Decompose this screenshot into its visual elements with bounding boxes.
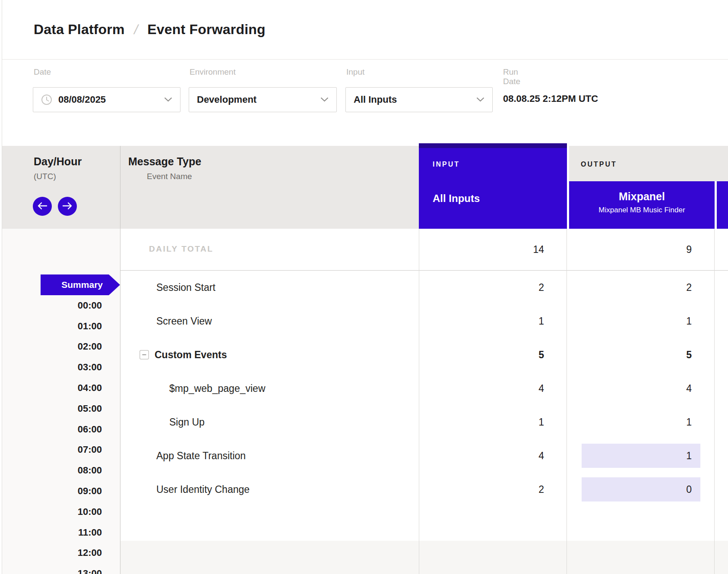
daily-total-output-value: 9 <box>569 244 692 255</box>
event-name: $mp_web_page_view <box>169 383 266 394</box>
daily-total-row: DAILY TOTAL 14 9 <box>120 229 728 271</box>
highlighted-output-cell: 0 <box>582 477 700 501</box>
table-row: Session Start 2 2 <box>120 271 728 304</box>
hour-item[interactable]: 02:00 <box>0 337 102 357</box>
table-header: Day/Hour (UTC) Message Type Event Name I… <box>2 146 728 229</box>
filter-bar: Date 08/08/2025 Environment Development <box>2 60 728 146</box>
clock-icon <box>41 94 52 105</box>
summary-flag-arrow <box>109 274 120 295</box>
output-count: 5 <box>569 349 692 361</box>
input-filter-label: Input <box>346 67 364 77</box>
event-name: App State Transition <box>156 450 246 462</box>
table-row: User Identity Change 2 0 <box>120 473 728 506</box>
date-dropdown[interactable]: 08/08/2025 <box>33 87 180 112</box>
environment-value: Development <box>197 94 256 105</box>
hour-item[interactable]: 03:00 <box>0 357 102 378</box>
day-hour-title: Day/Hour <box>34 155 82 168</box>
event-name[interactable]: Custom Events <box>155 349 227 361</box>
hour-item[interactable]: 10:00 <box>0 501 102 522</box>
arrow-right-icon <box>62 202 73 211</box>
summary-row-selector[interactable]: Summary <box>41 274 120 295</box>
hour-item[interactable]: 00:00 <box>0 295 102 316</box>
output-group-label: OUTPUT <box>581 161 617 168</box>
event-name: Session Start <box>156 282 215 293</box>
input-count: 5 <box>419 349 544 361</box>
next-output-column-header-clipped <box>717 181 728 229</box>
summary-label: Summary <box>41 274 109 295</box>
event-rows: Session Start 2 2 Screen View 1 1 Custom… <box>120 271 728 506</box>
chevron-down-icon <box>320 96 329 104</box>
minus-box-icon[interactable] <box>139 350 149 360</box>
daily-total-input-value: 14 <box>419 244 544 255</box>
output-count: 4 <box>569 383 692 394</box>
daily-total-label: DAILY TOTAL <box>149 244 213 254</box>
input-count: 2 <box>419 484 544 495</box>
column-gap <box>715 181 717 229</box>
environment-dropdown[interactable]: Development <box>189 87 337 112</box>
table-row: $mp_web_page_view 4 4 <box>120 372 728 405</box>
event-name: Sign Up <box>169 416 205 428</box>
arrow-left-icon <box>37 202 47 211</box>
message-type-title: Message Type <box>128 155 201 168</box>
table-row: Screen View 1 1 <box>120 304 728 338</box>
event-name: User Identity Change <box>156 484 250 495</box>
output-count: 0 <box>686 484 692 495</box>
input-value: All Inputs <box>354 94 397 105</box>
input-group-label: INPUT <box>433 161 567 168</box>
breadcrumb: Data Platform / Event Forwarding <box>2 0 728 60</box>
table-row: Sign Up 1 1 <box>120 405 728 439</box>
hour-item[interactable]: 05:00 <box>0 398 102 419</box>
hour-list: 00:00 01:00 02:00 03:00 04:00 05:00 06:0… <box>0 295 102 574</box>
environment-filter-label: Environment <box>190 67 236 77</box>
input-count: 4 <box>419 383 544 394</box>
date-filter-label: Date <box>34 67 51 77</box>
hour-item[interactable]: 11:00 <box>0 522 102 543</box>
breadcrumb-separator: / <box>133 22 139 38</box>
output-count: 1 <box>569 416 692 428</box>
table-row-custom-events: Custom Events 5 5 <box>120 338 728 372</box>
mixpanel-column-header[interactable]: Mixpanel Mixpanel MB Music Finder <box>569 181 715 229</box>
output-count: 1 <box>686 450 692 462</box>
input-count: 4 <box>419 450 544 462</box>
column-gap <box>567 143 569 229</box>
column-divider <box>419 229 419 574</box>
table-footer-band <box>120 541 728 574</box>
breadcrumb-item-data-platform[interactable]: Data Platform <box>34 22 125 38</box>
hour-item[interactable]: 09:00 <box>0 481 102 501</box>
run-date-label: Run Date <box>503 67 520 86</box>
input-count: 1 <box>419 416 544 428</box>
input-count: 1 <box>419 315 544 327</box>
hour-item[interactable]: 07:00 <box>0 440 102 460</box>
output-count: 2 <box>569 282 692 293</box>
hour-item[interactable]: 04:00 <box>0 378 102 398</box>
input-dropdown[interactable]: All Inputs <box>345 87 493 112</box>
breadcrumb-item-event-forwarding: Event Forwarding <box>147 22 265 38</box>
next-day-button[interactable] <box>58 197 77 216</box>
day-hour-subtitle: (UTC) <box>34 172 82 181</box>
input-count: 2 <box>419 282 544 293</box>
message-type-header: Message Type Event Name <box>128 155 201 181</box>
highlighted-output-cell: 1 <box>582 444 700 468</box>
message-type-subtitle: Event Name <box>147 172 201 181</box>
date-value: 08/08/2025 <box>58 94 106 105</box>
hour-item[interactable]: 08:00 <box>0 460 102 481</box>
mixpanel-title: Mixpanel <box>569 190 715 203</box>
event-forwarding-page: Data Platform / Event Forwarding Date 08… <box>0 0 728 574</box>
chevron-down-icon <box>476 96 484 104</box>
table-body: Summary 00:00 01:00 02:00 03:00 04:00 05… <box>0 229 728 574</box>
column-divider <box>714 229 715 574</box>
hour-item[interactable]: 13:00 <box>0 563 102 574</box>
day-pager <box>33 197 77 216</box>
input-column-header[interactable]: INPUT All Inputs <box>419 143 567 229</box>
previous-day-button[interactable] <box>33 197 52 216</box>
mixpanel-subtitle: Mixpanel MB Music Finder <box>569 206 715 214</box>
hour-item[interactable]: 12:00 <box>0 543 102 564</box>
column-divider <box>567 229 567 574</box>
input-column-name: All Inputs <box>433 192 567 205</box>
table-row: App State Transition 4 1 <box>120 439 728 473</box>
run-date-value: 08.08.25 2:12PM UTC <box>503 93 598 104</box>
output-count: 1 <box>569 315 692 327</box>
hour-item[interactable]: 01:00 <box>0 316 102 337</box>
day-hour-header: Day/Hour (UTC) <box>34 155 82 181</box>
hour-item[interactable]: 06:00 <box>0 419 102 440</box>
